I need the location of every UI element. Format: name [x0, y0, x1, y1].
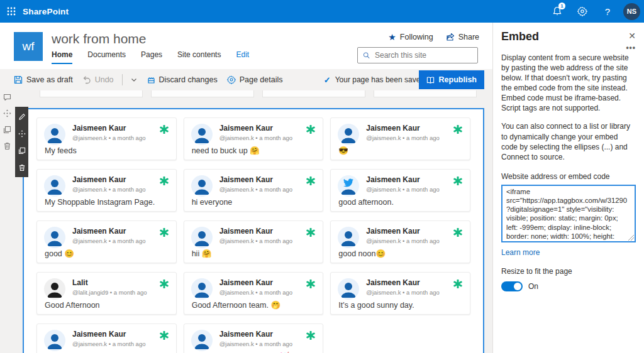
delete-webpart-button[interactable]: [18, 163, 26, 171]
save-as-draft-label: Save as draft: [26, 75, 73, 84]
duplicate-webpart-button[interactable]: [18, 146, 26, 155]
embed-code-misspelled-text: 650px;min-height: [506, 241, 561, 242]
move-icon: [3, 109, 11, 117]
share-button[interactable]: Share: [446, 33, 479, 41]
site-logo[interactable]: wf: [14, 32, 43, 61]
site-nav: HomeDocumentsPagesSite contentsEdit: [52, 50, 249, 64]
embed-code-input[interactable]: <iframe src="https://app.taggbox.com/w/3…: [501, 185, 636, 242]
feed-card: Jaismeen Kaur @jaismeen.k • a month ago …: [36, 169, 177, 212]
trash-icon: [3, 142, 11, 150]
author-byline: @jaismeen.k • a month ago: [366, 186, 439, 193]
feed-card: Jaismeen Kaur @jaismeen.k • a month ago …: [184, 169, 324, 212]
author-byline: @jaismeen.k • a month ago: [72, 134, 145, 141]
help-button[interactable]: ?: [598, 2, 617, 21]
taggbox-icon: [160, 228, 169, 237]
site-nav-edit[interactable]: Edit: [236, 50, 249, 64]
avatar: [44, 330, 65, 351]
copy-icon: [3, 126, 11, 134]
app-title[interactable]: SharePoint: [23, 7, 69, 16]
delete-webpart-button[interactable]: [2, 141, 12, 151]
post-message: good afternoon.: [338, 198, 394, 207]
resize-toggle[interactable]: [501, 281, 523, 291]
toggle-knob: [514, 283, 521, 290]
panel-description-1: Display content from a secure website by…: [501, 53, 636, 113]
author-byline: @jaismeen.k • a month ago: [219, 186, 292, 193]
embed-webpart-selected[interactable]: Jaismeen Kaur @jaismeen.k • a month ago …: [23, 108, 484, 353]
author-byline: @jaismeen.k • a month ago: [219, 237, 292, 244]
avatar: [191, 227, 213, 248]
panel-description-2: You can also connect to a list or librar…: [501, 121, 636, 161]
move-webpart-handle[interactable]: [18, 129, 26, 138]
site-nav-pages[interactable]: Pages: [141, 50, 162, 64]
author-name: Jaismeen Kaur: [366, 278, 439, 287]
taggbox-icon: [160, 125, 169, 134]
author-name: Jaismeen Kaur: [72, 124, 145, 133]
embed-code-text: : 600px; " frameborder="0": [506, 241, 591, 242]
taggbox-icon: [453, 125, 462, 134]
close-panel-button[interactable]: ✕: [628, 31, 636, 40]
panel-more-button[interactable]: •••: [626, 43, 636, 52]
clipped-card: [374, 90, 477, 97]
move-icon: [18, 130, 26, 138]
save-status-text: Your page has been saved: [335, 75, 425, 84]
author-byline: @jaismeen.k • a month ago: [219, 340, 292, 347]
feed-card: Jaismeen Kaur @jaismeen.k • a month ago …: [36, 323, 177, 353]
feed-grid: Jaismeen Kaur @jaismeen.k • a month ago …: [24, 109, 483, 353]
post-message: need to buck up 🤗: [192, 146, 260, 155]
save-as-draft-button[interactable]: Save as draft: [11, 73, 75, 87]
post-message: hi everyone: [192, 198, 233, 207]
clipped-card: [151, 90, 254, 97]
feed-card: Jaismeen Kaur @jaismeen.k • a month ago …: [184, 220, 324, 263]
avatar: [191, 278, 213, 300]
author-byline: @jaismeen.k • a month ago: [72, 237, 145, 244]
site-nav-home[interactable]: Home: [52, 50, 72, 64]
site-nav-documents[interactable]: Documents: [87, 50, 126, 64]
app-launcher-button[interactable]: [0, 0, 23, 23]
embed-panel: Embed ✕ ••• Display content from a secur…: [492, 23, 644, 353]
following-button[interactable]: ★ Following: [388, 33, 433, 41]
move-webpart-button[interactable]: [2, 108, 12, 118]
taggbox-icon: [453, 228, 462, 237]
resize-grip[interactable]: [628, 235, 634, 241]
author-byline: @jaismeen.k • a month ago: [72, 340, 145, 347]
post-message: 😎: [338, 146, 348, 155]
avatar: [338, 175, 359, 197]
author-name: Jaismeen Kaur: [219, 278, 292, 287]
feed-card: Jaismeen Kaur @jaismeen.k • a month ago …: [184, 323, 324, 353]
duplicate-webpart-button[interactable]: [2, 124, 12, 134]
waffle-icon: [7, 7, 16, 16]
search-input[interactable]: [375, 51, 472, 60]
toggle-state-label: On: [528, 282, 538, 291]
author-name: Jaismeen Kaur: [72, 330, 145, 339]
undo-menu-chevron-button[interactable]: [128, 74, 140, 85]
avatar: [191, 124, 213, 145]
command-bar-divider: [122, 74, 123, 85]
undo-button[interactable]: Undo: [80, 73, 116, 87]
site-nav-site-contents[interactable]: Site contents: [177, 50, 221, 64]
post-message: My feeds: [45, 146, 77, 155]
page-details-button[interactable]: Page details: [225, 73, 286, 87]
post-message: My Shoppable Instagram Page.: [45, 198, 155, 207]
comment-button[interactable]: [2, 92, 12, 102]
learn-more-link[interactable]: Learn more: [501, 248, 540, 257]
notifications-button[interactable]: 1: [548, 2, 567, 21]
webpart-toolbar: [15, 107, 28, 177]
author-name: Jaismeen Kaur: [72, 227, 145, 236]
account-avatar[interactable]: NS: [623, 3, 640, 20]
settings-button[interactable]: [573, 2, 592, 21]
taggbox-icon: [160, 331, 169, 340]
following-label: Following: [400, 33, 433, 41]
twitter-icon: [343, 178, 353, 188]
check-icon: ✓: [324, 75, 331, 85]
close-icon: ✕: [628, 31, 636, 41]
author-byline: @jaismeen.k • a month ago: [219, 289, 292, 296]
resize-to-fit-label: Resize to fit the page: [501, 267, 636, 276]
feed-card: Lalit @lalit.jangid9 • a month ago Good …: [36, 272, 177, 315]
taggbox-icon: [453, 280, 462, 288]
main-area: wf work from home HomeDocumentsPagesSite…: [0, 23, 492, 353]
site-search[interactable]: [357, 47, 478, 63]
edit-webpart-button[interactable]: [18, 112, 26, 121]
republish-button[interactable]: Republish: [419, 70, 484, 89]
discard-changes-button[interactable]: Discard changes: [144, 73, 220, 87]
taggbox-icon: [306, 125, 315, 134]
